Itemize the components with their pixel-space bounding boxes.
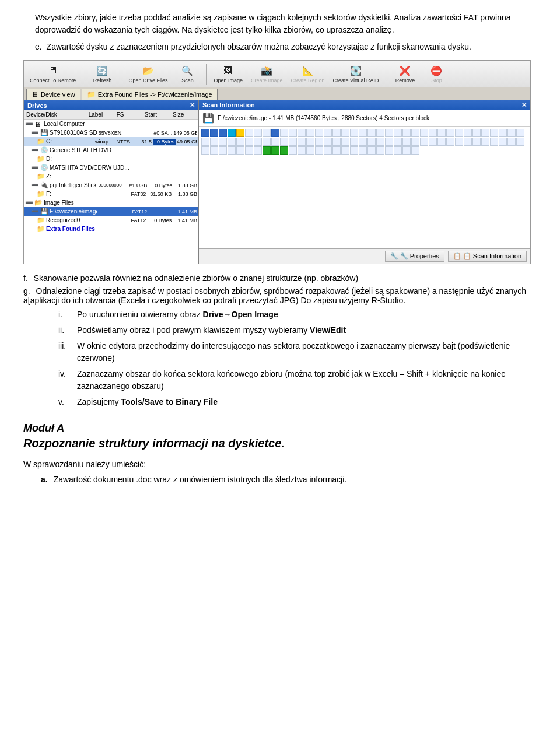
sub-list-roman: i. Po uruchomieniu otwieramy obraz Drive… (23, 308, 537, 408)
scan-panel-close[interactable]: ✕ (522, 101, 527, 109)
scan-information-button[interactable]: 📋 📋 Scan Information (448, 251, 527, 262)
scan-cell (411, 129, 419, 137)
tree-row-extra-found-files[interactable]: 📁 Extra Found Files (24, 225, 198, 233)
scan-cell (411, 146, 419, 155)
create-region-button[interactable]: 📐 Create Region (288, 63, 327, 85)
scan-cell (481, 138, 489, 146)
scan-cell (254, 138, 262, 146)
scan-info-text: F:/cwiczenie/image - 1.41 MB (1474560 By… (218, 115, 429, 121)
create-image-button[interactable]: 📸 Create Image (249, 63, 285, 85)
paragraph-g: g. Odnalezione ciągi trzeba zapisać w po… (23, 286, 537, 305)
scan-cell (245, 146, 253, 155)
scan-cell (280, 146, 288, 155)
tree-row-matshita[interactable]: ➖ 💿 MATSHITA DVD/CDRW UJD... (24, 163, 198, 172)
sprawozdanie-text: W sprawozdaniu należy umieścić: (23, 460, 537, 469)
scan-cell (341, 129, 349, 137)
scan-cell (298, 129, 306, 137)
tree-row-dvd[interactable]: ➖ 💿 Generic STEALTH DVD (24, 146, 198, 155)
remove-icon: ❌ (397, 64, 412, 77)
roman-iii: iii. (58, 340, 72, 364)
scan-cell (394, 129, 402, 137)
v-text: Zapisujemy Tools/Save to Binary File (77, 396, 218, 408)
properties-icon: 🔧 (390, 252, 398, 260)
scan-cell (245, 129, 253, 137)
scan-cell (298, 138, 306, 146)
scan-info-btn-icon: 📋 (453, 252, 461, 260)
col-label: Label (86, 111, 114, 118)
tree-row-f-drive[interactable]: 📁 F: FAT32 31.50 KB 1.88 GB (24, 190, 198, 198)
open-image-button[interactable]: 🖼 Open Image (211, 63, 245, 85)
drives-tree[interactable]: ➖ 🖥 Local Computer ➖ 💾 ST9160310AS SD03 … (24, 120, 198, 264)
scan-cell (280, 129, 288, 137)
open-image-icon: 🖼 (220, 64, 236, 77)
tree-row-local-computer[interactable]: ➖ 🖥 Local Computer (24, 120, 198, 128)
stop-button[interactable]: ⛔ Stop (422, 63, 450, 85)
ii-bold: View/Edit (310, 325, 346, 335)
iv-text: Zaznaczamy obszar do końca sektora końco… (77, 368, 537, 392)
tree-row-recognized0[interactable]: 📁 Recognized0 FAT12 0 Bytes 1.41 MB (24, 216, 198, 225)
col-fs: FS (114, 111, 142, 118)
scan-cell (368, 138, 376, 146)
scan-cell (271, 138, 279, 146)
col-start: Start (142, 111, 170, 118)
scan-cell (376, 146, 384, 155)
scan-cell (359, 146, 367, 155)
tree-row-z-drive[interactable]: 📁 Z: (24, 172, 198, 181)
scan-cell (228, 146, 236, 155)
tree-row-d-drive[interactable]: 📁 D: (24, 155, 198, 163)
scan-cell (385, 146, 393, 155)
tree-row-c-drive[interactable]: 📁 C: winxp NTFS 31.5 0 Bytes 49.05 GB (24, 137, 198, 146)
f-text: Skanowanie pozwala również na odnalezien… (34, 273, 358, 283)
scan-cell (324, 146, 332, 155)
scan-cell (455, 138, 463, 146)
tree-row-image-files[interactable]: ➖ 📂 Image Files (24, 198, 198, 207)
scan-cell (271, 146, 279, 155)
scan-cell (280, 138, 288, 146)
ii-text: Podświetlamy obraz i pod prawym klawisze… (77, 324, 346, 336)
scan-cell (429, 138, 437, 146)
iii-text: W oknie edytora przechodzimy do interesu… (77, 340, 537, 364)
modul-subtitle: Rozpoznanie struktury informacji na dysk… (23, 437, 537, 450)
scan-button[interactable]: 🔍 Scan (173, 63, 201, 85)
modul-title: Moduł A (23, 422, 537, 434)
scan-info-icon: 💾 (202, 113, 214, 124)
scan-info-bar: 💾 F:/cwiczenie/image - 1.41 MB (1474560 … (199, 110, 530, 127)
create-virtual-raid-button[interactable]: 💽 Create Virtual RAID (331, 63, 382, 85)
scan-cell (341, 138, 349, 146)
open-drive-files-button[interactable]: 📂 Open Drive Files (126, 63, 170, 85)
scan-cell (350, 146, 358, 155)
remove-button[interactable]: ❌ Remove (391, 63, 419, 85)
tree-row-pqi[interactable]: ➖ 🔌 pqi IntelligentStick 0.00 0000000000… (24, 181, 198, 190)
tree-row-st9160[interactable]: ➖ 💾 ST9160310AS SD03 55V8XEN1 #0 SA... 1… (24, 128, 198, 137)
scan-cell (245, 138, 253, 146)
i-text: Po uruchomieniu otwieramy obraz Drive→Op… (77, 308, 278, 321)
scan-icon: 🔍 (180, 64, 195, 77)
scan-cell (262, 146, 271, 155)
drives-panel-close[interactable]: ✕ (190, 101, 195, 109)
scan-cell (350, 138, 358, 146)
f-label: f. (23, 273, 28, 283)
sub-item-v: v. Zapisujemy Tools/Save to Binary File (58, 396, 537, 408)
alpha-list: a. Zawartość dokumentu .doc wraz z omówi… (23, 474, 537, 486)
scan-panel-title: Scan Information ✕ (199, 100, 530, 110)
sub-item-ii: ii. Podświetlamy obraz i pod prawym klaw… (58, 324, 537, 336)
tab-device-view[interactable]: 🖥 Device view (26, 89, 80, 100)
scan-cell (315, 146, 323, 155)
scan-cell (455, 129, 463, 137)
sub-item-i: i. Po uruchomieniu otwieramy obraz Drive… (58, 308, 537, 321)
tree-row-image-file-selected[interactable]: ➖ 💾 F:\cwiczenie\image FAT12 1.41 MB (24, 207, 198, 216)
properties-button[interactable]: 🔧 🔧 Properties (385, 251, 444, 262)
drives-panel: Drives ✕ Device/Disk Label FS Start Size… (24, 100, 199, 264)
tab-extra-found-files[interactable]: 📁 Extra Found Files -> F:/cwiczenie/imag… (82, 89, 218, 100)
scan-cell (236, 129, 244, 137)
scan-cell (219, 146, 227, 155)
extra-found-icon: 📁 (87, 90, 96, 99)
connect-to-remote-button[interactable]: 🖥 Connect To Remote (27, 63, 78, 85)
scan-cell (289, 146, 297, 155)
v-bold: Tools/Save to Binary File (121, 397, 217, 406)
refresh-button[interactable]: 🔄 Refresh (88, 63, 116, 85)
scan-cell (332, 129, 341, 137)
sub-item-iii: iii. W oknie edytora przechodzimy do int… (58, 340, 537, 364)
scan-cell (219, 138, 227, 146)
app-screenshot: 🖥 Connect To Remote 🔄 Refresh 📂 Open Dri… (23, 60, 531, 264)
